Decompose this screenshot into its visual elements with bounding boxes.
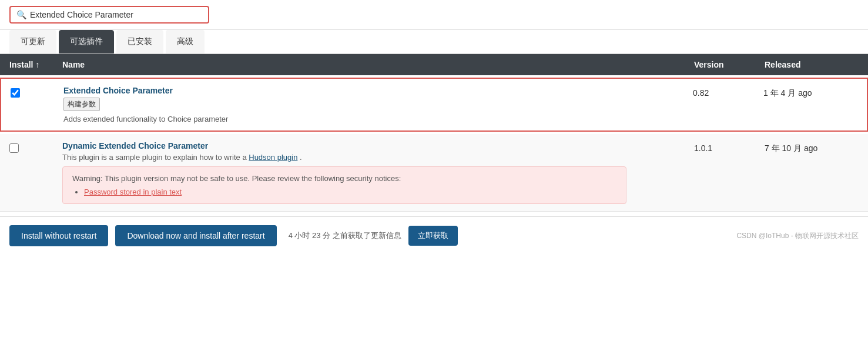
header-released: Released [765, 60, 859, 69]
install-without-restart-button[interactable]: Install without restart [9, 225, 108, 246]
plugin-info-2: Dynamic Extended Choice Parameter This p… [62, 141, 694, 204]
warning-links-2: Password stored in plain text [84, 188, 616, 196]
plugin-version-1: 0.82 [693, 86, 763, 98]
header-name: Name [62, 60, 694, 69]
header-version: Version [694, 60, 765, 69]
tab-advanced[interactable]: 高级 [166, 30, 205, 53]
plugin-table: Extended Choice Parameter 构建参数 Adds exte… [0, 78, 868, 212]
plugin-desc-link-2[interactable]: Hudson plugin [249, 153, 297, 162]
tabs-bar: 可更新 可选插件 已安装 高级 [0, 30, 868, 54]
table-header: Install ↑ Name Version Released [0, 54, 868, 75]
warning-text-2: Warning: This plugin version may not be … [72, 174, 616, 183]
search-input[interactable] [30, 10, 202, 19]
checkbox-extended-choice[interactable] [11, 88, 20, 98]
plugin-desc-1: Adds extended functionality to Choice pa… [63, 115, 693, 123]
search-wrapper: 🔍 [9, 6, 209, 24]
plugin-desc-text-2: This plugin is a sample plugin to explai… [62, 153, 247, 162]
table-row: Extended Choice Parameter 构建参数 Adds exte… [0, 78, 868, 132]
plugin-tag-1: 构建参数 [63, 98, 100, 111]
plugin-released-2: 7 年 10 月 ago [765, 141, 859, 154]
plugin-checkbox-2[interactable] [9, 141, 62, 153]
plugin-info-1: Extended Choice Parameter 构建参数 Adds exte… [63, 86, 693, 123]
footer-info-text: 4 小时 23 分 之前获取了更新信息 [289, 230, 401, 241]
download-now-button[interactable]: Download now and install after restart [115, 225, 276, 246]
plugin-checkbox-1[interactable] [11, 86, 63, 98]
search-icon: 🔍 [16, 10, 26, 19]
plugin-name-2[interactable]: Dynamic Extended Choice Parameter [62, 141, 694, 150]
table-row: Dynamic Extended Choice Parameter This p… [0, 134, 868, 212]
header-install[interactable]: Install ↑ [9, 60, 62, 69]
search-bar: 🔍 [0, 0, 868, 30]
plugin-version-2: 1.0.1 [694, 141, 765, 153]
plugin-desc-2: This plugin is a sample plugin to explai… [62, 153, 694, 162]
tab-installed[interactable]: 已安装 [116, 30, 163, 53]
tab-updatable[interactable]: 可更新 [9, 30, 56, 53]
warning-link-1[interactable]: Password stored in plain text [84, 188, 182, 196]
warning-box-2: Warning: This plugin version may not be … [62, 166, 626, 204]
plugin-desc-suffix-2: . [300, 153, 302, 162]
tab-available[interactable]: 可选插件 [59, 30, 114, 53]
watermark-text: CSDN @IoTHub - 物联网开源技术社区 [736, 231, 859, 241]
fetch-button[interactable]: 立即获取 [408, 226, 458, 246]
checkbox-dynamic-extended[interactable] [9, 143, 19, 153]
plugin-name-1[interactable]: Extended Choice Parameter [63, 86, 693, 95]
plugin-released-1: 1 年 4 月 ago [763, 86, 857, 99]
footer-bar: Install without restart Download now and… [0, 216, 868, 255]
